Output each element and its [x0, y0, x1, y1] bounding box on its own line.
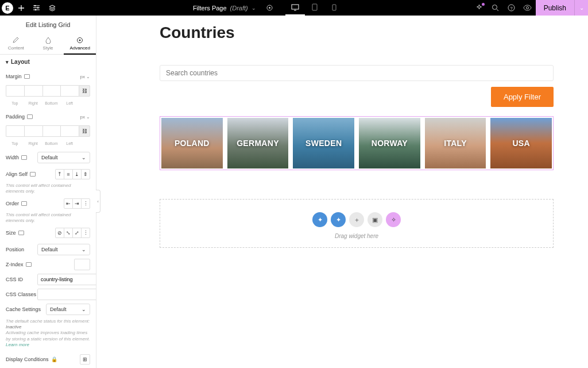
size-custom[interactable]: ⋮: [81, 228, 90, 238]
drop-label: Drag widget here: [160, 233, 553, 239]
margin-bottom[interactable]: [42, 85, 61, 97]
ai-button[interactable]: ✧: [386, 212, 401, 227]
tab-style[interactable]: Style: [32, 34, 64, 54]
section-layout[interactable]: Layout: [0, 55, 96, 69]
align-stretch[interactable]: ⇕: [81, 169, 90, 179]
country-card-poland[interactable]: POLAND: [161, 118, 223, 168]
padding-right[interactable]: [24, 125, 42, 137]
css-classes-input[interactable]: [37, 289, 96, 300]
device-desktop[interactable]: [285, 0, 305, 16]
padding-left[interactable]: [60, 125, 79, 137]
align-start[interactable]: ⤒: [55, 169, 64, 179]
add-container-button[interactable]: ✦: [312, 212, 327, 227]
sidebar-title: Edit Listing Grid: [0, 16, 96, 34]
align-end[interactable]: ⤓: [72, 169, 82, 179]
padding-bottom[interactable]: [42, 125, 61, 137]
search-input[interactable]: [160, 65, 554, 81]
pencil-icon: [12, 36, 20, 44]
elementor-logo[interactable]: E: [2, 2, 13, 14]
notification-dot: [482, 3, 485, 6]
margin-inputs: [6, 85, 79, 97]
top-bar: E Filters Page (Draft) ⌄: [0, 0, 588, 16]
tablet-icon: [312, 3, 318, 11]
drop-zone[interactable]: ✦ ✦ ＋ ▣ ✧ Drag widget here: [160, 199, 554, 248]
preview-button[interactable]: [520, 0, 536, 16]
align-center[interactable]: ≡: [64, 169, 73, 179]
apply-filter-button[interactable]: Apply Filter: [491, 87, 554, 107]
responsive-icon[interactable]: [24, 74, 30, 79]
margin-left[interactable]: [60, 85, 79, 97]
responsive-icon[interactable]: [21, 201, 27, 206]
site-settings-button[interactable]: [29, 0, 44, 16]
margin-top[interactable]: [6, 85, 24, 97]
chevron-down-icon: ⌄: [86, 114, 90, 120]
add-element-button[interactable]: [13, 0, 29, 16]
size-shrink[interactable]: ⤢: [72, 228, 82, 238]
layers-icon: [49, 5, 56, 12]
desktop-icon: [291, 4, 299, 11]
responsive-icon[interactable]: [30, 172, 36, 177]
plus-icon: ＋: [354, 216, 360, 224]
folder-icon: ▣: [372, 216, 378, 224]
size-grow[interactable]: ⤡: [64, 228, 73, 238]
responsive-icon[interactable]: [21, 155, 27, 160]
country-card-sweden[interactable]: SWEDEN: [293, 118, 354, 168]
gear-icon: [266, 4, 273, 12]
topbar-right: ? Publish ⌄: [471, 0, 588, 16]
width-select[interactable]: Default⌄: [37, 152, 90, 163]
label-cssid: CSS ID: [6, 277, 23, 282]
country-card-germany[interactable]: GERMANY: [227, 118, 289, 168]
help-button[interactable]: ?: [504, 0, 520, 16]
display-conditions-button[interactable]: ⊞: [80, 354, 90, 365]
order-custom[interactable]: ⋮: [81, 198, 90, 209]
listing-grid-selected[interactable]: POLAND GERMANY SWEDEN NORWAY ITALY USA: [160, 116, 554, 170]
collapse-sidebar-handle[interactable]: ‹: [96, 190, 100, 213]
add-new-button[interactable]: ＋: [349, 212, 364, 227]
add-template-button[interactable]: ▣: [368, 212, 382, 227]
label-width: Width: [6, 155, 19, 160]
device-tablet[interactable]: [305, 0, 324, 16]
link-values-toggle[interactable]: ⛓: [79, 85, 90, 97]
editor-sidebar: Edit Listing Grid Content Style Advanced…: [0, 16, 96, 368]
add-section-button[interactable]: ✦: [331, 212, 346, 227]
unit-px[interactable]: px: [80, 74, 85, 79]
cache-select[interactable]: Default⌄: [46, 304, 90, 315]
country-card-italy[interactable]: ITALY: [425, 118, 486, 168]
country-card-usa[interactable]: USA: [490, 118, 552, 168]
country-grid: POLAND GERMANY SWEDEN NORWAY ITALY USA: [161, 118, 552, 168]
size-none[interactable]: ⊘: [55, 228, 64, 238]
finder-button[interactable]: [488, 0, 504, 16]
tab-advanced[interactable]: Advanced: [64, 34, 96, 55]
label-display-conditions: Display Conditions: [6, 356, 49, 362]
droplet-icon: [44, 36, 52, 44]
help-icon: ?: [508, 4, 515, 12]
tab-content[interactable]: Content: [0, 34, 32, 54]
zindex-input[interactable]: [74, 259, 90, 270]
page-heading[interactable]: Countries: [160, 24, 554, 42]
learn-more-link[interactable]: Learn more: [6, 342, 29, 347]
publish-options-button[interactable]: ⌄: [574, 0, 588, 16]
responsive-icon[interactable]: [26, 262, 32, 267]
page-title-label: Filters Page: [193, 5, 227, 12]
order-start[interactable]: ⇤: [64, 198, 73, 209]
link-icon: ⛓: [82, 88, 87, 94]
css-id-input[interactable]: [37, 274, 96, 285]
link-values-toggle[interactable]: ⛓: [79, 125, 90, 137]
position-select[interactable]: Default⌄: [37, 244, 90, 255]
structure-button[interactable]: [44, 0, 60, 16]
margin-right[interactable]: [24, 85, 42, 97]
device-mobile[interactable]: [324, 0, 344, 16]
page-name-dropdown[interactable]: Filters Page (Draft) ⌄: [187, 0, 262, 16]
padding-top[interactable]: [6, 125, 24, 137]
align-note: This control will affect contained eleme…: [6, 183, 90, 195]
whats-new-button[interactable]: [471, 0, 488, 16]
page-status-label: (Draft): [230, 5, 248, 12]
publish-button[interactable]: Publish: [536, 0, 574, 16]
responsive-icon[interactable]: [18, 231, 24, 235]
country-card-norway[interactable]: NORWAY: [359, 118, 420, 168]
sliders-icon: [33, 5, 40, 11]
responsive-icon[interactable]: [27, 114, 33, 119]
page-settings-button[interactable]: [262, 0, 277, 16]
size-buttons: ⊘ ⤡ ⤢ ⋮: [56, 228, 90, 238]
order-end[interactable]: ⇥: [72, 198, 82, 209]
